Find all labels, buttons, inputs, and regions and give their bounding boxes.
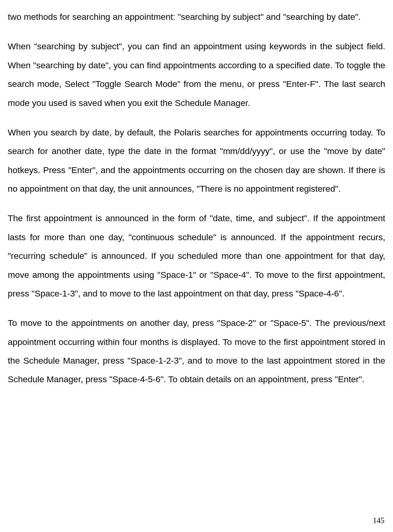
paragraph-1: two methods for searching an appointment… — [8, 8, 385, 26]
page-number: 145 — [373, 516, 384, 525]
paragraph-4: The first appointment is announced in th… — [8, 209, 385, 303]
paragraph-5: To move to the appointments on another d… — [8, 314, 385, 389]
paragraph-3: When you search by date, by default, the… — [8, 123, 385, 199]
document-content: two methods for searching an appointment… — [8, 8, 385, 389]
paragraph-2: When "searching by subject", you can fin… — [8, 37, 385, 113]
